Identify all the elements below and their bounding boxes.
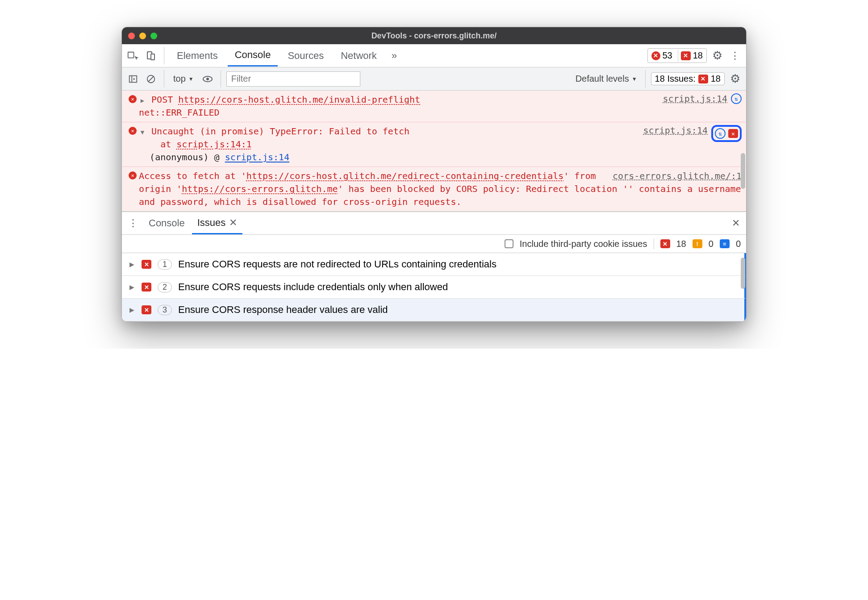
settings-icon[interactable]: ⚙: [709, 48, 725, 63]
error-count: 53: [663, 50, 672, 61]
console-error-row[interactable]: ✕ ▼ Uncaught (in promise) TypeError: Fai…: [122, 122, 746, 167]
include-cookies-label: Include third-party cookie issues: [520, 239, 647, 249]
issues-badge-count: 18: [711, 74, 721, 84]
divider: [221, 70, 221, 88]
source-link[interactable]: script.js:14: [663, 93, 728, 104]
error-icon: ✕: [129, 171, 137, 179]
origin-url[interactable]: https://cors-errors.glitch.me: [182, 183, 338, 194]
warning-badge-count: 0: [709, 239, 714, 249]
issue-count: 1: [158, 259, 172, 270]
levels-label: Default levels: [576, 74, 629, 84]
request-url[interactable]: https://cors-host.glitch.me/invalid-pref…: [178, 94, 420, 105]
device-toolbar-icon[interactable]: [143, 48, 159, 63]
stack-link[interactable]: script.js:14: [225, 152, 290, 162]
error-code: net::ERR_FAILED: [139, 107, 220, 118]
svg-rect-2: [151, 54, 154, 60]
titlebar: DevTools - cors-errors.glitch.me/: [122, 27, 746, 44]
issues-filter-bar: Include third-party cookie issues ✕ 18 !…: [122, 235, 746, 253]
error-badge-icon: ✕: [660, 239, 670, 248]
issue-row[interactable]: ▶ ✕ 2 Ensure CORS requests include crede…: [122, 276, 746, 299]
console-error-row[interactable]: ✕ ▶ POST https://cors-host.glitch.me/inv…: [122, 91, 746, 122]
console-message: ▼ Uncaught (in promise) TypeError: Faile…: [139, 125, 640, 164]
svg-rect-0: [128, 52, 134, 58]
disclosure-open-icon[interactable]: ▼: [139, 128, 146, 137]
error-counter[interactable]: ✕ 53: [649, 50, 675, 62]
console-error-row[interactable]: ✕ cors-errors.glitch.me/:1 Access to fet…: [122, 167, 746, 212]
filter-input[interactable]: [226, 71, 360, 87]
close-tab-icon[interactable]: ✕: [229, 217, 237, 229]
svg-point-8: [206, 78, 209, 80]
issue-kind-icon: ✕: [142, 305, 151, 314]
error-icon: ✕: [129, 95, 137, 103]
svg-line-6: [149, 76, 154, 81]
sidebar-toggle-icon[interactable]: [125, 71, 141, 87]
svg-rect-3: [129, 75, 137, 82]
disclosure-closed-icon[interactable]: ▶: [128, 283, 135, 291]
info-badge-icon: ≡: [720, 239, 730, 248]
live-expression-icon[interactable]: [200, 71, 215, 87]
kebab-menu-icon[interactable]: ⋮: [727, 48, 743, 63]
more-tabs-icon[interactable]: »: [387, 48, 402, 63]
request-icon[interactable]: ⇅: [715, 128, 726, 139]
issues-summary[interactable]: 18 Issues: ✕ 18: [651, 72, 725, 85]
drawer-tab-console[interactable]: Console: [143, 213, 190, 233]
console-output: ✕ ▶ POST https://cors-host.glitch.me/inv…: [122, 91, 746, 212]
issue-row[interactable]: ▶ ✕ 1 Ensure CORS requests are not redir…: [122, 253, 746, 276]
issues-badge-icon: ✕: [698, 75, 708, 83]
issue-link-icon[interactable]: ✕: [728, 129, 738, 138]
issues-badge-icon: ✕: [681, 51, 691, 60]
console-toolbar: top ▼ Default levels ▼ 18 Issues: ✕ 18 ⚙: [122, 67, 746, 91]
disclosure-closed-icon[interactable]: ▶: [139, 96, 146, 105]
issue-title: Ensure CORS response header values are v…: [178, 304, 388, 316]
request-icon[interactable]: ⇅: [731, 93, 742, 104]
scrollbar-thumb[interactable]: [741, 258, 745, 289]
devtools-window: DevTools - cors-errors.glitch.me/ Elemen…: [121, 27, 747, 322]
inspect-element-icon[interactable]: [125, 48, 141, 63]
include-cookies-checkbox[interactable]: [505, 239, 513, 248]
console-settings-icon[interactable]: ⚙: [727, 71, 743, 87]
issue-row[interactable]: ▶ ✕ 3 Ensure CORS response header values…: [122, 299, 746, 321]
at-prefix: at: [160, 139, 171, 150]
stack-location[interactable]: script.js:14:1: [176, 139, 252, 150]
http-method: POST: [151, 94, 173, 105]
drawer-menu-icon[interactable]: ⋮: [125, 217, 142, 229]
issue-title: Ensure CORS requests include credentials…: [178, 281, 448, 293]
close-drawer-icon[interactable]: ✕: [728, 216, 743, 231]
console-message: ▶ POST https://cors-host.glitch.me/inval…: [139, 93, 659, 119]
error-headline: Uncaught (in promise) TypeError: Failed …: [151, 126, 409, 137]
drawer-tabs: ⋮ Console Issues ✕ ✕: [122, 212, 746, 235]
chevron-down-icon: ▼: [632, 76, 637, 82]
context-label: top: [173, 74, 186, 84]
blocked-url[interactable]: rect-containing-credentials: [418, 171, 563, 181]
issues-count: 18: [693, 50, 703, 61]
issue-title: Ensure CORS requests are not redirected …: [178, 258, 497, 270]
source-link[interactable]: script.js:14: [643, 125, 708, 136]
drawer-tab-label: Issues: [197, 217, 226, 229]
status-counters[interactable]: ✕ 53 ✕ 18: [647, 48, 707, 63]
drawer-tab-issues[interactable]: Issues ✕: [192, 212, 243, 234]
divider: [164, 70, 164, 88]
tab-elements[interactable]: Elements: [170, 46, 225, 66]
source-link[interactable]: cors-errors.glitch.me/:1: [613, 170, 742, 183]
disclosure-closed-icon[interactable]: ▶: [128, 306, 135, 313]
tab-network[interactable]: Network: [334, 46, 384, 66]
issue-count: 3: [158, 305, 172, 315]
issues-prefix: 18 Issues:: [655, 74, 696, 84]
context-selector[interactable]: top ▼: [170, 73, 197, 85]
tab-console[interactable]: Console: [228, 45, 278, 67]
info-badge-count: 0: [736, 239, 741, 249]
issue-kind-icon: ✕: [142, 283, 151, 292]
clear-console-icon[interactable]: [143, 71, 159, 87]
disclosure-closed-icon[interactable]: ▶: [128, 261, 135, 268]
annotation-highlight: ⇅ ✕: [711, 125, 742, 142]
tab-sources[interactable]: Sources: [280, 46, 331, 66]
issues-counter[interactable]: ✕ 18: [678, 50, 705, 62]
scrollbar-thumb[interactable]: [741, 153, 745, 189]
blocked-url[interactable]: https://cors-host.glitch.me/redi: [246, 171, 418, 181]
error-badge-count: 18: [676, 239, 686, 249]
chevron-down-icon: ▼: [188, 76, 194, 82]
log-levels-selector[interactable]: Default levels ▼: [573, 74, 640, 84]
main-toolbar: Elements Console Sources Network » ✕ 53 …: [122, 44, 746, 67]
error-icon: ✕: [651, 51, 660, 60]
window-title: DevTools - cors-errors.glitch.me/: [122, 31, 746, 41]
